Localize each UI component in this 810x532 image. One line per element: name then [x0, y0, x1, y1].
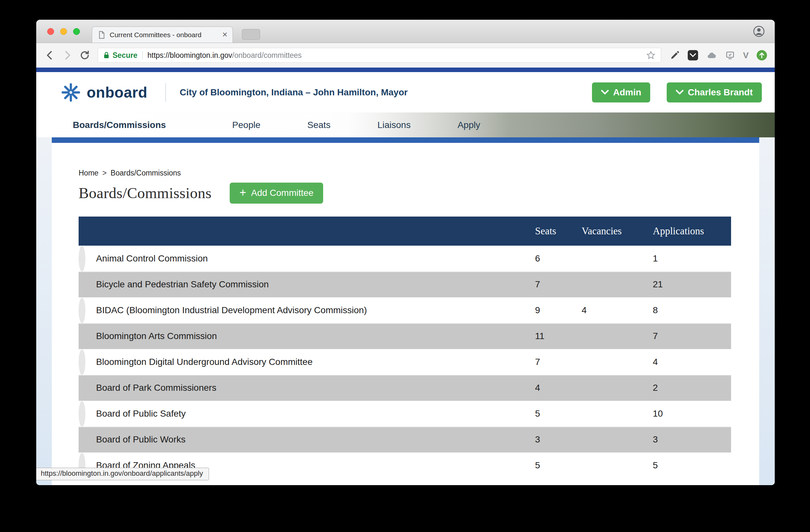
- column-header-vacancies: Vacancies: [580, 225, 651, 237]
- url-path: /onboard/committees: [232, 51, 302, 60]
- address-bar[interactable]: Secure https://bloomington.in.gov /onboa…: [98, 48, 661, 63]
- site-tagline: City of Bloomington, Indiana – John Hami…: [180, 87, 408, 98]
- table-row[interactable]: Board of Public Safety510: [79, 401, 85, 427]
- applications-value: 4: [651, 357, 731, 367]
- seats-value: 7: [533, 279, 580, 289]
- browser-tab[interactable]: Current Committees - onboard ×: [92, 27, 233, 43]
- pen-extension-icon[interactable]: [670, 50, 680, 60]
- committee-name: Animal Control Commission: [79, 253, 533, 264]
- add-committee-button[interactable]: + Add Committee: [230, 183, 323, 204]
- seats-value: 11: [533, 331, 580, 341]
- breadcrumb: Home > Boards/Commissions: [79, 168, 759, 178]
- table-row[interactable]: Animal Control Commission61: [79, 246, 85, 271]
- applications-value: 1: [651, 253, 731, 264]
- onboard-logo-icon: [61, 82, 81, 102]
- capture-extension-icon[interactable]: [725, 50, 735, 60]
- back-icon[interactable]: [43, 49, 56, 62]
- page-background: Home > Boards/Commissions Boards/Commiss…: [36, 137, 775, 485]
- site-header: onboard City of Bloomington, Indiana – J…: [36, 72, 775, 113]
- tab-close-icon[interactable]: ×: [222, 30, 227, 39]
- site-top-blue-bar: [36, 68, 775, 72]
- onboard-logo-text[interactable]: onboard: [87, 84, 147, 101]
- page-favicon-icon: [97, 31, 106, 39]
- applications-value: 3: [651, 434, 731, 445]
- table-row[interactable]: BIDAC (Bloomington Industrial Developmen…: [79, 297, 85, 323]
- committee-name: Board of Public Safety: [79, 409, 533, 419]
- committees-table: Seats Vacancies Applications Animal Cont…: [79, 217, 731, 478]
- committee-name: Bloomington Digital Underground Advisory…: [79, 357, 533, 367]
- table-row[interactable]: Bloomington Digital Underground Advisory…: [79, 349, 85, 375]
- add-committee-label: Add Committee: [251, 188, 313, 198]
- title-row: Boards/Commissions + Add Committee: [79, 182, 759, 204]
- applications-value: 5: [651, 460, 731, 470]
- chevron-down-icon: [676, 90, 683, 95]
- minimize-window-button[interactable]: [60, 28, 67, 35]
- browser-toolbar: Secure https://bloomington.in.gov /onboa…: [36, 43, 775, 68]
- table-row[interactable]: Bicycle and Pedestrian Safety Commission…: [79, 271, 731, 297]
- zoom-window-button[interactable]: [73, 28, 80, 35]
- chevron-down-icon: [601, 90, 609, 95]
- admin-menu-label: Admin: [613, 87, 641, 98]
- extension-icons: V: [670, 50, 767, 61]
- user-menu-button[interactable]: Charles Brandt: [667, 82, 762, 102]
- nav-item-people[interactable]: People: [232, 120, 260, 130]
- committee-name: Board of Park Commissioners: [79, 383, 533, 393]
- applications-value: 2: [651, 383, 731, 393]
- status-bubble: https://bloomington.in.gov/onboard/appli…: [36, 468, 209, 480]
- table-row[interactable]: Board of Public Works33: [79, 427, 731, 452]
- column-header-seats: Seats: [533, 225, 580, 237]
- table-header-row: Seats Vacancies Applications: [79, 217, 731, 246]
- column-header-applications: Applications: [651, 225, 731, 237]
- plus-icon: +: [239, 187, 246, 198]
- user-menu-label: Charles Brandt: [688, 87, 753, 98]
- committee-name: Bicycle and Pedestrian Safety Commission: [79, 279, 533, 289]
- page-title: Boards/Commissions: [79, 184, 212, 202]
- committee-name: Board of Public Works: [79, 434, 533, 445]
- applications-value: 8: [651, 305, 731, 315]
- url-host: https://bloomington.in.gov: [147, 51, 232, 60]
- main-nav: Boards/CommissionsPeopleSeatsLiaisonsApp…: [36, 113, 775, 137]
- nav-item-boards-commissions[interactable]: Boards/Commissions: [73, 120, 166, 130]
- committees-table-body: Animal Control Commission61Bicycle and P…: [79, 246, 731, 478]
- forward-icon[interactable]: [61, 49, 74, 62]
- breadcrumb-home-link[interactable]: Home: [79, 169, 98, 178]
- profile-icon[interactable]: [752, 24, 766, 38]
- reload-icon[interactable]: [78, 49, 91, 62]
- applications-value: 7: [651, 331, 731, 341]
- lock-icon: [103, 51, 110, 59]
- seats-value: 6: [533, 253, 580, 264]
- table-row[interactable]: Bloomington Arts Commission117: [79, 323, 731, 349]
- committee-name: Bloomington Arts Commission: [79, 331, 533, 341]
- seats-value: 3: [533, 434, 580, 445]
- tab-strip: Current Committees - onboard ×: [36, 20, 775, 43]
- shield-chevron-extension-icon[interactable]: [688, 50, 698, 61]
- nav-item-seats[interactable]: Seats: [307, 120, 330, 130]
- header-divider: [165, 83, 166, 102]
- omnibox-divider: [142, 51, 143, 60]
- close-window-button[interactable]: [47, 28, 54, 35]
- seats-value: 5: [533, 460, 580, 470]
- applications-value: 10: [651, 409, 731, 419]
- seats-value: 5: [533, 409, 580, 419]
- window-controls: [47, 28, 80, 35]
- vacancies-value: 4: [580, 305, 651, 315]
- content-card: Home > Boards/Commissions Boards/Commiss…: [52, 137, 759, 485]
- nav-item-apply[interactable]: Apply: [457, 120, 480, 130]
- browser-window: Current Committees - onboard × Secure ht…: [36, 20, 775, 485]
- new-tab-button[interactable]: [242, 29, 260, 40]
- tab-title: Current Committees - onboard: [110, 31, 222, 39]
- seats-value: 4: [533, 383, 580, 393]
- seats-value: 7: [533, 357, 580, 367]
- committee-name: BIDAC (Bloomington Industrial Developmen…: [79, 305, 533, 315]
- nav-item-liaisons[interactable]: Liaisons: [377, 120, 411, 130]
- cloud-extension-icon[interactable]: [706, 50, 717, 60]
- admin-menu-button[interactable]: Admin: [592, 82, 650, 102]
- applications-value: 21: [651, 279, 731, 289]
- breadcrumb-separator: >: [102, 169, 107, 178]
- upload-circle-extension-icon[interactable]: [757, 50, 767, 61]
- bookmark-star-icon[interactable]: [646, 50, 656, 60]
- seats-value: 9: [533, 305, 580, 315]
- table-row[interactable]: Board of Park Commissioners42: [79, 375, 731, 401]
- secure-label: Secure: [113, 51, 137, 60]
- v-extension-icon[interactable]: V: [743, 50, 748, 61]
